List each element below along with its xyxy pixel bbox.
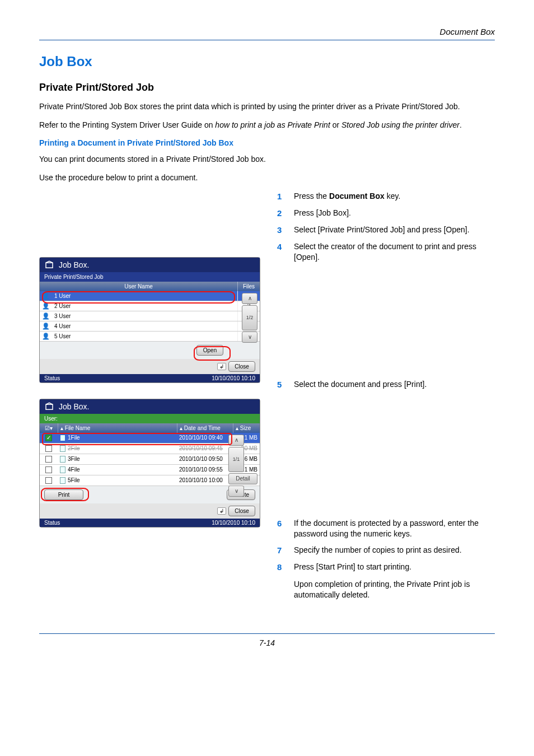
svg-rect-0 xyxy=(46,263,53,268)
panel2-row-1-name: 1File xyxy=(68,435,80,441)
document-icon xyxy=(60,456,65,463)
panel2-row-5[interactable]: 5File 2010/10/10 10:00 30 MB xyxy=(40,475,260,486)
scroll-down-button[interactable]: ∨ xyxy=(228,486,244,497)
panel2-titlebar: Job Box. xyxy=(40,399,260,414)
step-1: 1 Press the Document Box key. xyxy=(277,191,495,202)
close-button[interactable]: Close xyxy=(228,361,255,372)
header-title: Document Box xyxy=(39,27,495,36)
paragraph-refer: Refer to the Printing System Driver User… xyxy=(39,120,495,130)
scroll-down-button[interactable]: ∨ xyxy=(242,332,257,343)
box-icon xyxy=(44,402,54,412)
panel1-col-username[interactable]: User Name xyxy=(40,282,237,291)
user-icon: 👤 xyxy=(40,333,52,340)
step-4-text: Select the creator of the document to pr… xyxy=(294,241,495,263)
user-icon: 👤 xyxy=(40,323,52,330)
panel1-row-4[interactable]: 👤 4 User 1 xyxy=(40,321,260,332)
panel2-col-date[interactable]: ▴ Date and Time xyxy=(177,423,233,433)
user-icon: 👤 xyxy=(40,312,52,320)
para2-a: Refer to the Printing System Driver User… xyxy=(39,120,215,129)
subsection-title: Private Print/Stored Job xyxy=(39,82,495,94)
panel2-row-3-date: 2010/10/10 09:50 xyxy=(177,454,233,464)
panel1-titlebar: Job Box. xyxy=(40,258,260,272)
panel1-row-1[interactable]: 👤 1 User 5 xyxy=(40,291,260,301)
panel2-row-1[interactable]: ✓ 1File 2010/10/10 09:40 21 MB xyxy=(40,433,260,444)
panel2-row-2[interactable]: 2File 2010/10/10 09:45 30 MB xyxy=(40,444,260,454)
panel2-row-4-date: 2010/10/10 09:55 xyxy=(177,465,233,474)
panel1-col-header: User Name Files xyxy=(40,282,260,291)
panel2-row-3[interactable]: 3File 2010/10/10 09:50 36 MB xyxy=(40,454,260,465)
panel1-list: 👤 1 User 5 👤 2 User 2 👤 3 User 1 👤 4 Use… xyxy=(40,291,260,342)
panel1-row-2[interactable]: 👤 2 User 2 xyxy=(40,301,260,311)
step-1-c: key. xyxy=(385,192,401,200)
panel2-row-5-date: 2010/10/10 10:00 xyxy=(177,475,233,485)
step-3-text: Select [Private Print/Stored Job] and pr… xyxy=(294,225,470,236)
scroll-up-button[interactable]: ∧ xyxy=(242,293,257,304)
open-button[interactable]: Open xyxy=(196,345,223,356)
svg-rect-1 xyxy=(46,404,53,409)
checkbox-checked-icon[interactable]: ✓ xyxy=(45,435,52,441)
panel2-timestamp: 10/10/2010 10:10 xyxy=(212,520,255,526)
checkbox-icon[interactable] xyxy=(45,477,52,484)
panel1-status[interactable]: Status xyxy=(44,375,60,381)
panel2-row-4[interactable]: 4File 2010/10/10 09:55 21 MB xyxy=(40,465,260,475)
header-rule xyxy=(39,40,495,40)
panel2-col-date-text: Date and Time xyxy=(184,425,221,431)
step-3: 3Select [Private Print/Stored Job] and p… xyxy=(277,225,495,236)
step-2: 2Press [Job Box]. xyxy=(277,208,495,219)
panel1-row-3-name: 3 User xyxy=(52,311,237,321)
document-icon xyxy=(60,435,65,441)
panel-jobbox-files: Job Box. User: ☑▾ ▴ File Name ▴ Date and… xyxy=(39,399,260,528)
panel1-subbar: Private Print/Stored Job xyxy=(40,272,260,282)
step-8: 8Press [Start Print] to start printing. xyxy=(277,562,495,573)
panel2-col-header: ☑▾ ▴ File Name ▴ Date and Time ▴ Size xyxy=(40,423,260,433)
paragraph-canprint: You can print documents stored in a Priv… xyxy=(39,154,495,165)
panel2-list: ✓ 1File 2010/10/10 09:40 21 MB 2File 201… xyxy=(40,433,260,486)
document-icon xyxy=(60,445,65,452)
enter-icon: ↲ xyxy=(217,363,226,370)
panel2-col-size[interactable]: ▴ Size xyxy=(233,423,260,433)
panel2-row-2-date: 2010/10/10 09:45 xyxy=(177,444,233,453)
para2-i2: Stored Job using the printer driver xyxy=(341,120,460,129)
page-indicator: 1/2 xyxy=(242,305,257,330)
panel1-timestamp: 10/10/2010 10:10 xyxy=(212,375,255,381)
step-5-text: Select the document and press [Print]. xyxy=(294,379,427,390)
step-2-text: Press [Job Box]. xyxy=(294,208,351,219)
panel2-row-4-name: 4File xyxy=(68,466,80,473)
detail-button[interactable]: Detail xyxy=(228,473,257,484)
panel2-col-check[interactable]: ☑▾ xyxy=(40,423,58,433)
link-title: Printing a Document in Private Print/Sto… xyxy=(39,138,495,147)
para2-i1: how to print a job as Private Print xyxy=(215,120,330,129)
panel2-row-2-name: 2File xyxy=(68,445,80,451)
step-8-note: Upon completion of printing, the Private… xyxy=(294,579,495,600)
panel1-row-5-name: 5 User xyxy=(52,332,237,341)
panel1-row-4-name: 4 User xyxy=(52,321,237,331)
scroll-up-button[interactable]: ∧ xyxy=(228,435,244,446)
step-1-a: Press the xyxy=(294,192,329,200)
checkbox-icon[interactable] xyxy=(45,456,52,463)
step-6-text: If the document is protected by a passwo… xyxy=(294,518,495,539)
panel-jobbox-users: Job Box. Private Print/Stored Job User N… xyxy=(39,257,260,383)
panel1-row-2-name: 2 User xyxy=(52,301,237,311)
user-icon: 👤 xyxy=(40,302,52,310)
checkbox-icon[interactable] xyxy=(45,445,52,452)
step-7: 7Specify the number of copies to print a… xyxy=(277,545,495,556)
panel1-row-3[interactable]: 👤 3 User 1 xyxy=(40,311,260,321)
panel2-col-size-text: Size xyxy=(240,425,251,431)
step-1-b: Document Box xyxy=(329,192,385,200)
panel2-title: Job Box. xyxy=(59,402,89,411)
enter-icon: ↲ xyxy=(217,507,226,515)
panel1-row-5[interactable]: 👤 5 User 1 xyxy=(40,332,260,342)
close-button[interactable]: Close xyxy=(228,506,255,516)
panel2-status[interactable]: Status xyxy=(44,520,60,526)
panel2-subbar: User: xyxy=(40,414,260,423)
panel1-row-1-name: 1 User xyxy=(52,291,237,301)
panel2-col-name[interactable]: ▴ File Name xyxy=(58,423,177,433)
panel1-col-files[interactable]: Files xyxy=(237,282,260,291)
document-icon xyxy=(60,477,65,484)
step-4: 4Select the creator of the document to p… xyxy=(277,241,495,263)
section-title: Job Box xyxy=(39,54,495,69)
print-button[interactable]: Print xyxy=(44,489,83,500)
panel2-col-name-text: File Name xyxy=(65,425,91,431)
page-footer: 7-14 xyxy=(39,633,495,647)
checkbox-icon[interactable] xyxy=(45,466,52,473)
